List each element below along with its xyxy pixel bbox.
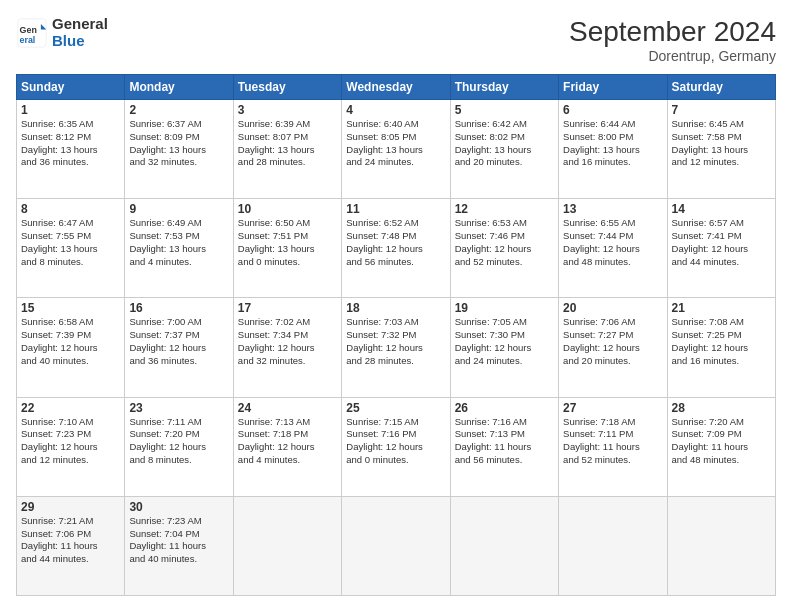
day-info-line: and 36 minutes. [129,355,228,368]
day-info-line: Daylight: 13 hours [129,144,228,157]
day-number: 3 [238,103,337,117]
calendar-cell: 23Sunrise: 7:11 AMSunset: 7:20 PMDayligh… [125,397,233,496]
day-info-line: and 32 minutes. [129,156,228,169]
day-info-line: Sunrise: 6:42 AM [455,118,554,131]
calendar-cell: 6Sunrise: 6:44 AMSunset: 8:00 PMDaylight… [559,100,667,199]
day-number: 15 [21,301,120,315]
page-title: September 2024 [569,16,776,48]
day-info-line: Sunrise: 6:50 AM [238,217,337,230]
day-info-line: Sunset: 7:37 PM [129,329,228,342]
calendar-cell: 8Sunrise: 6:47 AMSunset: 7:55 PMDaylight… [17,199,125,298]
day-info-line: Sunset: 7:13 PM [455,428,554,441]
day-info-line: Daylight: 13 hours [129,243,228,256]
day-info-line: and 12 minutes. [21,454,120,467]
day-info-line: Sunset: 7:48 PM [346,230,445,243]
day-number: 8 [21,202,120,216]
day-info-line: Daylight: 13 hours [672,144,771,157]
day-info-line: Sunset: 7:30 PM [455,329,554,342]
day-info-line: and 40 minutes. [129,553,228,566]
day-info-line: Sunrise: 7:18 AM [563,416,662,429]
calendar-cell: 17Sunrise: 7:02 AMSunset: 7:34 PMDayligh… [233,298,341,397]
day-number: 22 [21,401,120,415]
day-info-line: Daylight: 13 hours [21,243,120,256]
day-info-line: Sunrise: 7:16 AM [455,416,554,429]
calendar-cell: 9Sunrise: 6:49 AMSunset: 7:53 PMDaylight… [125,199,233,298]
day-number: 9 [129,202,228,216]
calendar-cell: 5Sunrise: 6:42 AMSunset: 8:02 PMDaylight… [450,100,558,199]
day-info-line: and 44 minutes. [672,256,771,269]
calendar-cell: 1Sunrise: 6:35 AMSunset: 8:12 PMDaylight… [17,100,125,199]
calendar-week-4: 22Sunrise: 7:10 AMSunset: 7:23 PMDayligh… [17,397,776,496]
calendar-cell: 28Sunrise: 7:20 AMSunset: 7:09 PMDayligh… [667,397,775,496]
day-number: 14 [672,202,771,216]
day-info-line: and 56 minutes. [346,256,445,269]
day-info-line: Sunrise: 6:47 AM [21,217,120,230]
day-number: 23 [129,401,228,415]
day-info-line: and 12 minutes. [672,156,771,169]
day-info-line: and 52 minutes. [455,256,554,269]
day-number: 13 [563,202,662,216]
day-number: 30 [129,500,228,514]
day-info-line: and 28 minutes. [238,156,337,169]
day-number: 19 [455,301,554,315]
day-info-line: Sunset: 7:46 PM [455,230,554,243]
day-info-line: and 24 minutes. [455,355,554,368]
day-info-line: Sunset: 7:55 PM [21,230,120,243]
day-info-line: Daylight: 12 hours [346,342,445,355]
day-info-line: Sunrise: 6:37 AM [129,118,228,131]
day-info-line: and 48 minutes. [563,256,662,269]
day-info-line: and 16 minutes. [563,156,662,169]
day-info-line: Sunset: 7:34 PM [238,329,337,342]
day-info-line: and 8 minutes. [129,454,228,467]
day-info-line: Sunrise: 6:39 AM [238,118,337,131]
day-info-line: and 36 minutes. [21,156,120,169]
day-info-line: Daylight: 12 hours [346,243,445,256]
day-info-line: Daylight: 11 hours [129,540,228,553]
calendar-cell: 13Sunrise: 6:55 AMSunset: 7:44 PMDayligh… [559,199,667,298]
day-number: 29 [21,500,120,514]
day-info-line: and 0 minutes. [346,454,445,467]
weekday-header-friday: Friday [559,75,667,100]
calendar-cell: 20Sunrise: 7:06 AMSunset: 7:27 PMDayligh… [559,298,667,397]
weekday-header-saturday: Saturday [667,75,775,100]
day-info-line: and 8 minutes. [21,256,120,269]
day-number: 17 [238,301,337,315]
title-block: September 2024 Dorentrup, Germany [569,16,776,64]
svg-text:Gen: Gen [20,25,37,35]
calendar-cell [559,496,667,595]
day-number: 5 [455,103,554,117]
day-info-line: Daylight: 13 hours [21,144,120,157]
day-info-line: Sunrise: 7:03 AM [346,316,445,329]
day-info-line: Sunrise: 7:00 AM [129,316,228,329]
weekday-header-sunday: Sunday [17,75,125,100]
day-info-line: Sunset: 7:04 PM [129,528,228,541]
day-info-line: and 32 minutes. [238,355,337,368]
day-info-line: and 24 minutes. [346,156,445,169]
day-info-line: Sunrise: 6:44 AM [563,118,662,131]
day-info-line: Daylight: 11 hours [455,441,554,454]
day-info-line: Daylight: 11 hours [672,441,771,454]
day-info-line: Sunrise: 7:05 AM [455,316,554,329]
day-info-line: and 44 minutes. [21,553,120,566]
logo: Gen eral General Blue [16,16,108,49]
day-info-line: and 52 minutes. [563,454,662,467]
calendar-cell: 10Sunrise: 6:50 AMSunset: 7:51 PMDayligh… [233,199,341,298]
day-info-line: Daylight: 12 hours [672,243,771,256]
day-info-line: Sunset: 7:58 PM [672,131,771,144]
day-info-line: Sunset: 8:09 PM [129,131,228,144]
day-number: 10 [238,202,337,216]
header: Gen eral General Blue September 2024 Dor… [16,16,776,64]
day-info-line: Sunset: 7:18 PM [238,428,337,441]
day-number: 6 [563,103,662,117]
calendar-header: SundayMondayTuesdayWednesdayThursdayFrid… [17,75,776,100]
day-info-line: Sunrise: 7:06 AM [563,316,662,329]
calendar-cell: 15Sunrise: 6:58 AMSunset: 7:39 PMDayligh… [17,298,125,397]
calendar-cell: 27Sunrise: 7:18 AMSunset: 7:11 PMDayligh… [559,397,667,496]
calendar-cell: 2Sunrise: 6:37 AMSunset: 8:09 PMDaylight… [125,100,233,199]
day-info-line: and 4 minutes. [238,454,337,467]
day-number: 25 [346,401,445,415]
logo-general: General [52,16,108,33]
calendar-cell: 26Sunrise: 7:16 AMSunset: 7:13 PMDayligh… [450,397,558,496]
day-info-line: Daylight: 12 hours [238,441,337,454]
day-number: 26 [455,401,554,415]
